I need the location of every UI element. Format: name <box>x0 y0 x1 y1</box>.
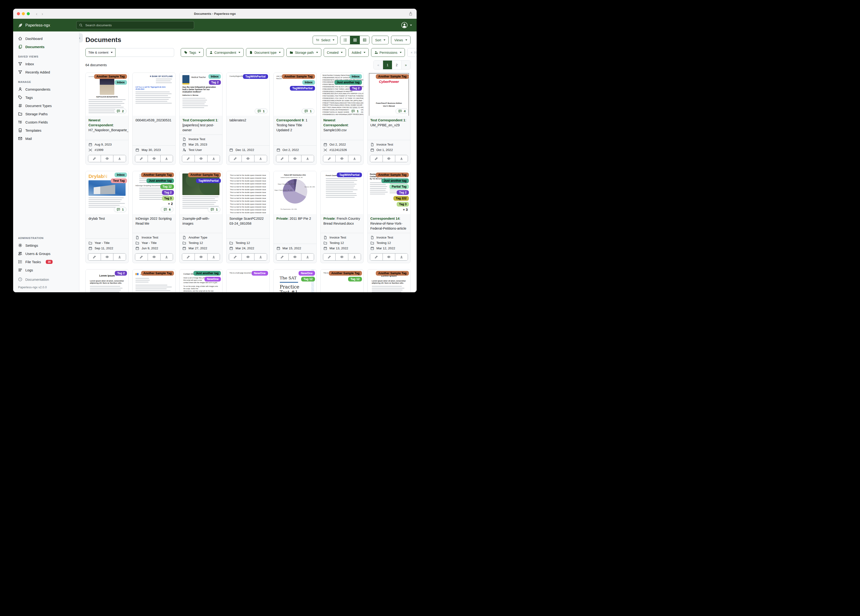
document-thumbnail[interactable]: Lorem ipsumLorem ipsum dolor sit amet, c… <box>367 269 410 292</box>
sidebar-item-document-types[interactable]: Document Types <box>16 102 77 110</box>
more-tags-label[interactable]: + 2 <box>168 202 174 206</box>
edit-button[interactable] <box>135 253 148 260</box>
view-grid-button[interactable] <box>350 36 359 44</box>
page-1-button[interactable]: 1 <box>383 61 392 69</box>
edit-button[interactable] <box>323 253 336 260</box>
filter-storage-path-button[interactable]: Storage path <box>286 48 321 57</box>
notes-badge[interactable]: 1 <box>348 108 361 114</box>
sidebar-item-tags[interactable]: Tags <box>16 93 77 101</box>
filter-correspondent-button[interactable]: Correspondent <box>206 48 244 57</box>
sidebar-item-logs[interactable]: Logs <box>16 266 77 274</box>
document-correspondent[interactable]: Test Correspondent 1 <box>370 118 405 122</box>
sidebar-item-templates[interactable]: Templates <box>16 126 77 134</box>
download-button[interactable] <box>254 253 267 260</box>
close-window-button[interactable] <box>17 12 20 15</box>
sidebar-item-recently-added[interactable]: Recently Added <box>16 68 77 76</box>
sidebar-item-documentation[interactable]: ? Documentation <box>16 275 77 283</box>
document-thumbnail[interactable]: This is a test for the double space char… <box>226 171 269 214</box>
tag-pill-tag-2[interactable]: Tag 2 <box>162 190 174 195</box>
page-prev-button[interactable]: « <box>374 61 383 69</box>
document-thumbnail[interactable]: This is a multi page document. Page 1.Ne… <box>226 269 269 292</box>
tag-pill-another-sample-tag[interactable]: Another Sample Tag <box>376 271 409 276</box>
tag-pill-another-sample-tag[interactable]: Another Sample Tag <box>188 173 221 177</box>
reset-filters-button[interactable]: × Reset filters <box>407 48 417 57</box>
download-button[interactable] <box>395 253 408 260</box>
filter-added-button[interactable]: Added <box>348 48 369 57</box>
document-thumbnail[interactable]: one,1.0five,5.0Another Sample TagInboxTa… <box>274 73 316 116</box>
document-thumbnail[interactable]: Country,Region/State,TagWithPartial1 <box>226 73 269 116</box>
view-list-button[interactable] <box>341 36 350 44</box>
tag-pill-just-another-tag[interactable]: Just another tag <box>193 271 221 276</box>
document-title[interactable]: tablerates2 <box>229 118 267 123</box>
edit-button[interactable] <box>135 155 148 162</box>
document-title[interactable]: Private: French Country Bread Revised.do… <box>323 216 361 226</box>
tag-pill-tag-3[interactable]: Tag 3 <box>397 202 409 207</box>
document-correspondent[interactable]: Newest Correspondent <box>323 118 348 127</box>
user-menu[interactable] <box>401 22 412 28</box>
notes-badge[interactable]: 1 <box>208 207 221 212</box>
search-input[interactable] <box>85 23 191 27</box>
document-title[interactable]: InDesign 2022 Scripting Read Me <box>135 216 173 226</box>
tag-pill-another-sample-tag[interactable]: Another Sample Tag <box>282 74 315 79</box>
notes-badge[interactable]: 1 <box>301 108 314 114</box>
tag-pill-partial-tag[interactable]: Partial Tag <box>389 184 409 189</box>
tag-pill-another-sample-tag[interactable]: Another Sample Tag <box>376 173 409 177</box>
tag-pill-another-sample-tag[interactable]: Another Sample Tag <box>141 173 174 177</box>
document-thumbnail[interactable]: Serial Number,Company Name,Employe978818… <box>321 73 363 116</box>
edit-button[interactable] <box>88 253 101 260</box>
view-button[interactable] <box>289 155 301 162</box>
maximize-window-button[interactable] <box>27 12 30 15</box>
tag-pill-tag-2[interactable]: Tag 2 <box>115 271 127 276</box>
document-title[interactable]: Newest Correspondent: Sample100.csv <box>323 118 361 133</box>
document-correspondent[interactable]: Private <box>323 217 335 220</box>
tag-pill-tag-2[interactable]: Tag 2 <box>397 190 409 195</box>
view-button[interactable] <box>289 253 301 260</box>
notes-badge[interactable]: 2 <box>114 108 127 114</box>
app-logo[interactable]: Paperless-ngx <box>18 23 50 28</box>
edit-button[interactable] <box>370 155 383 162</box>
tag-pill-another-sample-tag[interactable]: Another Sample Tag <box>141 271 174 276</box>
views-button[interactable]: Views <box>391 36 411 44</box>
tag-pill-tagwithpartial[interactable]: TagWithPartial <box>243 74 268 79</box>
document-correspondent[interactable]: Correspondent 9 <box>276 118 304 122</box>
minimize-window-button[interactable] <box>22 12 25 15</box>
document-correspondent[interactable]: Newest Correspondent <box>88 118 113 127</box>
tag-pill-inbox[interactable]: Inbox <box>115 80 127 85</box>
tag-pill-newone[interactable]: NewOne <box>204 277 221 281</box>
tag-pill-another-sample-tag[interactable]: Another Sample Tag <box>329 271 362 276</box>
back-button[interactable]: ‹ <box>36 11 37 16</box>
sort-button[interactable]: Sort <box>372 36 389 44</box>
sidebar-item-custom-fields[interactable]: Custom Fields <box>16 118 77 126</box>
sidebar-item-inbox[interactable]: Inbox <box>16 60 77 68</box>
filter-document-type-button[interactable]: Document type <box>246 48 284 57</box>
download-button[interactable] <box>301 253 314 260</box>
tag-pill-test-tag[interactable]: Test Tag <box>111 178 127 183</box>
tag-pill-another-sample-tag[interactable]: Another Sample Tag <box>376 74 409 79</box>
notes-badge[interactable]: 1 <box>255 108 268 114</box>
tag-pill-just-another-tag[interactable]: Just another tag <box>381 178 409 183</box>
tag-pill-just-another-tag[interactable]: Just another tag <box>334 80 362 85</box>
sidebar-item-settings[interactable]: Settings <box>16 241 77 249</box>
document-thumbnail[interactable]: CyberPowerPowerPanel® Business EditionUs… <box>367 73 410 116</box>
download-button[interactable] <box>301 155 314 162</box>
edit-button[interactable] <box>276 155 289 162</box>
global-search[interactable] <box>76 21 194 29</box>
document-title[interactable]: Correspondent 14: Review-of-New-York-Fed… <box>370 216 408 231</box>
filter-tags-button[interactable]: Tags <box>181 48 204 57</box>
sidebar-item-storage-paths[interactable]: Storage Paths <box>16 110 77 118</box>
download-button[interactable] <box>254 155 267 162</box>
document-title[interactable]: Sonstige ScanPC2022 03-24_081058 <box>229 216 267 226</box>
sidebar-item-documents[interactable]: Documents <box>16 43 77 51</box>
notes-badge[interactable]: 1 <box>114 207 127 212</box>
filter-field-select[interactable]: Title & content <box>85 48 116 57</box>
download-button[interactable] <box>207 253 220 260</box>
download-button[interactable] <box>113 155 126 162</box>
tag-pill-another-sample-tag[interactable]: Another Sample Tag <box>94 74 127 79</box>
document-title[interactable]: Newest Correspondent: H7_Napoleon_Bonapa… <box>88 118 126 133</box>
share-icon[interactable] <box>408 11 413 16</box>
forward-button[interactable]: › <box>42 11 43 16</box>
tag-pill-inbox[interactable]: Inbox <box>209 74 221 79</box>
view-button[interactable] <box>242 253 254 260</box>
document-thumbnail[interactable]: Review of Arbitral AwardsCertainty of Aw… <box>367 171 410 214</box>
edit-button[interactable] <box>229 253 242 260</box>
